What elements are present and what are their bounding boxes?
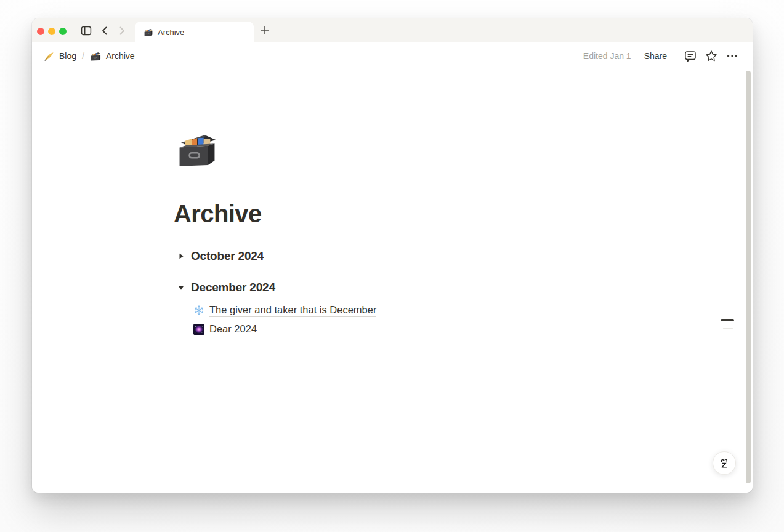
table-of-contents-minimap[interactable]	[719, 300, 737, 337]
edited-timestamp: Edited Jan 1	[583, 51, 631, 61]
page-icon-card-file-box[interactable]	[175, 130, 219, 169]
toggle-label[interactable]: October 2024	[191, 249, 264, 263]
breadcrumb-separator: /	[82, 51, 84, 61]
chevron-left-icon	[100, 26, 110, 36]
triangle-down-icon	[177, 284, 185, 291]
sidebar-toggle-icon	[81, 25, 92, 36]
breadcrumb: Blog /	[41, 49, 137, 63]
page-link-dear-2024[interactable]: Dear 2024	[193, 320, 612, 339]
chevron-right-icon	[117, 26, 127, 36]
breadcrumb-toolbar: Blog /	[32, 42, 753, 70]
card-file-box-icon	[143, 28, 153, 37]
page-content: Archive October 2024	[32, 130, 753, 493]
page-blocks: October 2024 December 2024	[174, 247, 612, 339]
notion-ai-face-icon	[717, 456, 731, 470]
share-button[interactable]: Share	[641, 49, 670, 63]
page-column: Archive October 2024	[174, 130, 612, 339]
toggle-label[interactable]: December 2024	[191, 281, 275, 294]
page-link-title: Dear 2024	[209, 323, 257, 336]
tab-bar: Archive	[32, 18, 753, 42]
breadcrumb-item-archive[interactable]: Archive	[87, 50, 137, 63]
toolbar-actions: Edited Jan 1 Share	[583, 48, 742, 64]
page-title[interactable]: Archive	[174, 199, 612, 228]
sidebar-toggle-button[interactable]	[80, 25, 92, 37]
snowflake-icon	[193, 305, 204, 316]
breadcrumb-label: Archive	[106, 51, 135, 61]
window-close-button[interactable]	[37, 28, 44, 35]
window-zoom-button[interactable]	[59, 28, 67, 35]
favorite-star-button[interactable]	[702, 48, 721, 64]
plus-icon	[260, 25, 270, 35]
toggle-heading-october-2024[interactable]: October 2024	[174, 247, 612, 265]
vertical-scrollbar[interactable]	[746, 71, 751, 483]
comments-button[interactable]	[681, 48, 700, 64]
toggle-collapsed-arrow[interactable]	[174, 249, 188, 264]
card-file-box-icon	[90, 51, 102, 62]
desktop-background: Archive	[0, 0, 784, 532]
comments-icon	[684, 49, 697, 63]
toc-dash-current[interactable]	[721, 319, 734, 321]
forward-button[interactable]	[116, 25, 128, 37]
tab-archive[interactable]: Archive	[135, 22, 254, 42]
star-icon	[705, 49, 718, 63]
milky-way-icon	[193, 324, 204, 335]
breadcrumb-item-blog[interactable]: Blog	[41, 49, 79, 63]
december-subpages: The giver and taker that is December	[174, 300, 612, 339]
writing-hand-icon	[43, 50, 55, 62]
back-button[interactable]	[99, 25, 111, 37]
page-link-giver-and-taker[interactable]: The giver and taker that is December	[193, 300, 612, 320]
more-options-button[interactable]	[723, 48, 742, 64]
notion-app-window: Archive	[32, 18, 753, 493]
traffic-lights	[37, 28, 67, 35]
toggle-expanded-arrow[interactable]	[174, 280, 188, 295]
new-tab-button[interactable]	[259, 24, 271, 36]
toggle-heading-december-2024[interactable]: December 2024	[174, 278, 612, 297]
triangle-right-icon	[177, 252, 185, 260]
toc-dash[interactable]	[723, 328, 733, 329]
page-link-title: The giver and taker that is December	[209, 304, 376, 317]
breadcrumb-label: Blog	[59, 51, 76, 61]
window-minimize-button[interactable]	[48, 28, 55, 35]
tab-label: Archive	[158, 28, 184, 37]
notion-ai-button[interactable]	[713, 451, 736, 475]
ellipsis-icon	[725, 49, 739, 63]
